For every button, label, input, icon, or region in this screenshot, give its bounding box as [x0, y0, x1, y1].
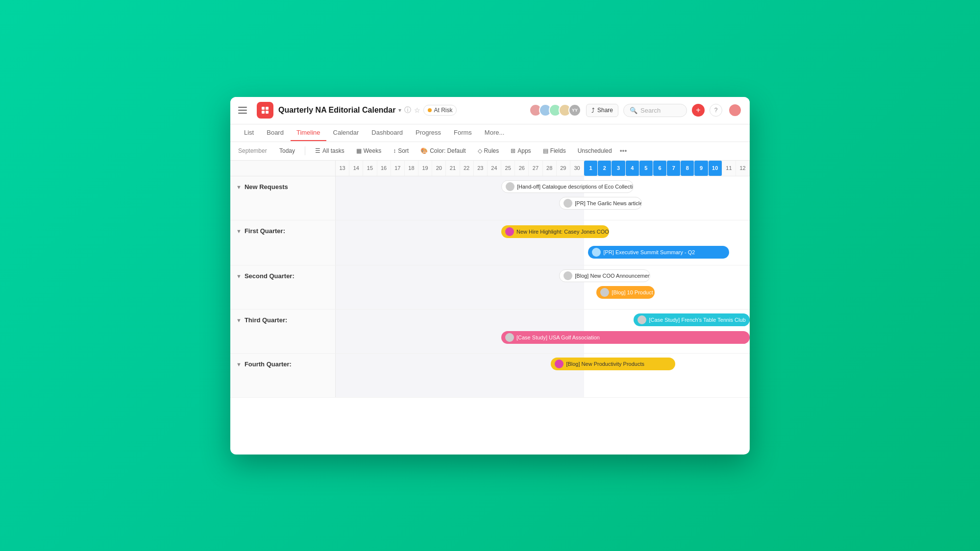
- tab-board[interactable]: Board: [261, 125, 290, 141]
- task-avatar-task8: [505, 333, 514, 342]
- hamburger-button[interactable]: [238, 103, 252, 117]
- date-cell-30: 30: [570, 161, 584, 176]
- tab-list[interactable]: List: [238, 125, 260, 141]
- group-label-text: First Quarter:: [245, 227, 285, 235]
- task-label-task2: [PR] The Garlic News article with COO: [575, 200, 642, 206]
- project-title: Quarterly NA Editorial Calendar: [278, 106, 395, 115]
- task-avatar-task3: [505, 227, 514, 236]
- sort-button[interactable]: ↕ Sort: [389, 145, 413, 156]
- avatar-text: YY: [568, 104, 581, 117]
- collapse-arrow[interactable]: ▼: [236, 361, 242, 367]
- date-cell-23: 23: [474, 161, 488, 176]
- group-row-fourth-quarter: ▼Fourth Quarter:[Blog] New Productivity …: [230, 354, 750, 398]
- date-cell-16: 16: [377, 161, 391, 176]
- tab-progress[interactable]: Progress: [410, 125, 447, 141]
- user-avatar[interactable]: [728, 103, 742, 117]
- date-cols: 1314151617181920212223242526272829301234…: [336, 161, 750, 176]
- collapse-arrow[interactable]: ▼: [236, 184, 242, 190]
- more-options-button[interactable]: •••: [620, 147, 627, 155]
- task-label-task3: New Hire Highlight: Casey Jones COO: [516, 229, 609, 235]
- date-cell-15: 15: [363, 161, 377, 176]
- avatars-group: YY: [529, 104, 581, 117]
- add-button[interactable]: +: [692, 104, 705, 117]
- date-cell-28: 28: [543, 161, 557, 176]
- tab-forms[interactable]: Forms: [448, 125, 478, 141]
- task-bar-task1[interactable]: [Hand-off] Catalogue descriptions of Eco…: [501, 180, 634, 193]
- color-icon: 🎨: [420, 147, 428, 154]
- group-row-second-quarter: ▼Second Quarter:[Blog] New COO Announcem…: [230, 265, 750, 310]
- toolbar: September Today ☰ All tasks ▦ Weeks ↕ So…: [230, 142, 750, 161]
- date-cell-4: 4: [626, 161, 639, 176]
- svg-rect-2: [262, 111, 265, 114]
- tab-timeline[interactable]: Timeline: [291, 125, 326, 141]
- group-label-second-quarter: ▼Second Quarter:: [230, 265, 336, 309]
- rules-button[interactable]: ◇ Rules: [474, 145, 503, 156]
- info-icon[interactable]: ⓘ: [404, 106, 411, 115]
- title-chevron-icon[interactable]: ▾: [398, 107, 401, 114]
- task-bar-task3[interactable]: New Hire Highlight: Casey Jones COO: [501, 225, 609, 238]
- date-cell-5: 5: [639, 161, 653, 176]
- date-cell-13: 13: [336, 161, 349, 176]
- status-badge[interactable]: At Risk: [423, 105, 457, 116]
- help-button[interactable]: ?: [710, 104, 722, 117]
- star-icon[interactable]: ☆: [414, 106, 420, 114]
- task-label-task8: [Case Study] USA Golf Association: [516, 335, 600, 340]
- tab-dashboard[interactable]: Dashboard: [366, 125, 409, 141]
- timeline-container: 1314151617181920212223242526272829301234…: [230, 161, 750, 455]
- task-bar-task5[interactable]: [Blog] New COO Announcement: [559, 269, 650, 282]
- today-button[interactable]: Today: [275, 145, 299, 156]
- tab-calendar[interactable]: Calendar: [327, 125, 365, 141]
- svg-rect-1: [266, 107, 269, 110]
- task-bar-task8[interactable]: [Case Study] USA Golf Association: [501, 331, 750, 344]
- group-row-third-quarter: ▼Third Quarter:[Case Study] French's Tab…: [230, 310, 750, 354]
- task-bar-task6[interactable]: [Blog] 10 Product De...: [596, 286, 654, 299]
- task-label-task9: [Blog] New Productivity Products: [566, 361, 644, 367]
- task-bar-task4[interactable]: [PR] Executive Summit Summary - Q2: [588, 246, 729, 259]
- tab-more[interactable]: More...: [479, 125, 510, 141]
- date-cell-10: 10: [709, 161, 722, 176]
- fields-button[interactable]: ▤ Fields: [539, 145, 570, 156]
- group-label-text: Second Quarter:: [245, 272, 294, 280]
- task-avatar-task2: [564, 199, 572, 208]
- status-text: At Risk: [434, 107, 452, 114]
- date-cell-7: 7: [667, 161, 681, 176]
- task-bar-task7[interactable]: [Case Study] French's Table Tennis Club: [634, 313, 750, 326]
- status-dot: [428, 108, 432, 112]
- filter-icon: ☰: [315, 147, 320, 154]
- date-row-label: [230, 161, 336, 176]
- date-cell-1: 1: [584, 161, 598, 176]
- date-cell-9: 9: [694, 161, 708, 176]
- group-content-third-quarter: [Case Study] French's Table Tennis Club[…: [336, 310, 750, 353]
- col-bg-stripe: [336, 265, 584, 309]
- date-cell-17: 17: [391, 161, 405, 176]
- group-content-first-quarter: New Hire Highlight: Casey Jones COO[PR] …: [336, 220, 750, 265]
- group-label-first-quarter: ▼First Quarter:: [230, 220, 336, 265]
- color-button[interactable]: 🎨 Color: Default: [416, 145, 469, 156]
- search-icon: 🔍: [630, 107, 637, 114]
- nav-tabs: List Board Timeline Calendar Dashboard P…: [230, 124, 750, 142]
- weeks-button[interactable]: ▦ Weeks: [352, 145, 385, 156]
- search-box[interactable]: 🔍 Search: [623, 104, 687, 117]
- date-cell-18: 18: [405, 161, 418, 176]
- date-cell-29: 29: [557, 161, 570, 176]
- group-label-fourth-quarter: ▼Fourth Quarter:: [230, 354, 336, 397]
- unscheduled-button[interactable]: Unscheduled: [574, 145, 616, 156]
- collapse-arrow[interactable]: ▼: [236, 273, 242, 279]
- month-label: September: [238, 147, 268, 154]
- date-row: 1314151617181920212223242526272829301234…: [230, 161, 750, 176]
- group-label-text: Fourth Quarter:: [245, 360, 292, 368]
- col-bg-stripe: [336, 354, 584, 397]
- task-label-task6: [Blog] 10 Product De...: [612, 289, 654, 295]
- all-tasks-button[interactable]: ☰ All tasks: [311, 145, 348, 156]
- apps-button[interactable]: ⊞ Apps: [507, 145, 535, 156]
- date-cell-14: 14: [349, 161, 363, 176]
- date-cell-21: 21: [446, 161, 460, 176]
- collapse-arrow[interactable]: ▼: [236, 228, 242, 234]
- task-bar-task9[interactable]: [Blog] New Productivity Products: [551, 358, 675, 370]
- task-bar-task2[interactable]: [PR] The Garlic News article with COO: [559, 197, 642, 210]
- group-label-text: New Requests: [245, 183, 288, 191]
- share-button[interactable]: ⤴ Share: [586, 104, 618, 117]
- collapse-arrow[interactable]: ▼: [236, 317, 242, 323]
- timeline-body: ▼New Requests[Hand-off] Catalogue descri…: [230, 176, 750, 455]
- date-cell-24: 24: [488, 161, 501, 176]
